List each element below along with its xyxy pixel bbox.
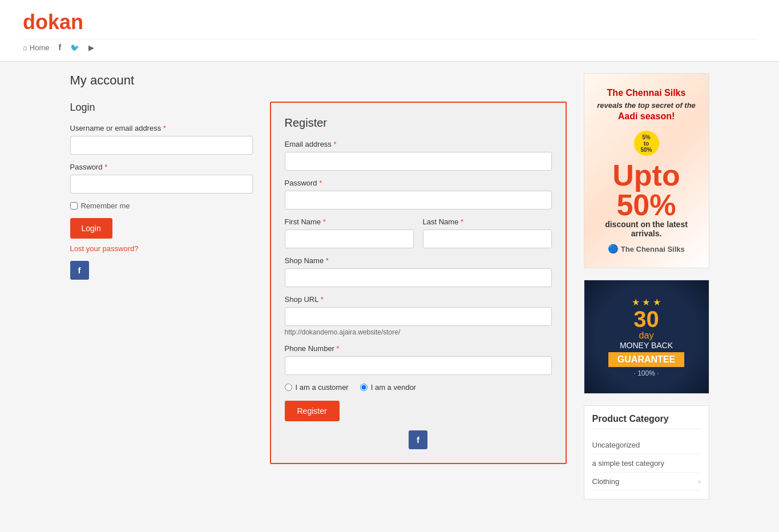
username-required: * [163,124,166,132]
phone-input[interactable] [285,356,552,375]
role-radio-group: I am a customer I am a vendor [285,383,552,392]
shop-url-required: * [321,295,324,304]
password-login-label: Password * [70,163,253,171]
phone-required: * [337,344,340,353]
ad-headline: The Chennai Silks reveals the top secret… [597,87,696,123]
vendor-radio-item[interactable]: I am a vendor [360,383,417,392]
login-button[interactable]: Login [70,218,112,239]
main-container: My account Login Username or email addre… [47,62,732,511]
email-required: * [334,140,337,148]
customer-radio[interactable] [285,384,292,391]
ad-discount: Upto 50% [592,160,701,220]
badge-day-label: day [608,331,684,341]
last-name-group: Last Name * [423,217,552,248]
email-input[interactable] [285,152,552,171]
register-title: Register [285,116,552,130]
remember-me-group: Remember me [70,201,253,210]
badge-money: Money Back [608,341,684,350]
category-link[interactable]: Uncategorized [592,441,640,449]
form-columns: Login Username or email address * Passwo… [70,102,567,464]
facebook-nav-icon: f [59,43,62,52]
shop-name-label: Shop Name * [285,256,552,265]
nav-youtube[interactable]: ▶ [88,43,94,52]
first-name-label: First Name * [285,217,414,226]
shop-url-group: Shop URL * http://dokandemo.ajaira.websi… [285,295,552,336]
email-label: Email address * [285,140,552,148]
first-name-group: First Name * [285,217,414,248]
vendor-radio-label: I am a vendor [371,383,417,392]
chevron-right-icon: › [699,478,701,486]
page-title: My account [70,73,567,88]
phone-label: Phone Number * [285,344,552,353]
customer-radio-label: I am a customer [296,383,349,392]
shop-name-group: Shop Name * [285,256,552,287]
youtube-nav-icon: ▶ [88,43,94,52]
remember-checkbox[interactable] [70,202,78,209]
content-area: My account Login Username or email addre… [70,73,567,499]
login-section: Login Username or email address * Passwo… [70,102,253,464]
badge-stars: ★ ★ ★ [608,297,684,308]
username-group: Username or email address * [70,124,253,155]
twitter-nav-icon: 🐦 [70,43,79,52]
last-name-required: * [461,217,463,226]
logo-d: d [23,10,35,34]
category-item: Clothing› [592,473,701,491]
password-register-group: Password * [285,179,552,209]
badge-ribbon: GUARANTEE [608,352,684,367]
nav-home[interactable]: ⌂ Home [23,43,50,52]
password-login-required: * [104,163,107,171]
badge-days: 30 [608,308,684,331]
email-group: Email address * [285,140,552,171]
category-item: a simple test category [592,454,701,473]
first-name-required: * [323,217,326,226]
register-button[interactable]: Register [285,401,340,421]
ad-brand: 🔵 The Chennai Silks [608,244,685,254]
shop-url-hint: http://dokandemo.ajaira.website/store/ [285,328,552,336]
last-name-input[interactable] [423,229,552,248]
guarantee-badge: ★ ★ ★ 30 day Money Back GUARANTEE · 100%… [584,280,709,394]
register-facebook-container: f [285,430,552,449]
sidebar-ad: The Chennai Silks reveals the top secret… [584,73,709,268]
logo-rest: okan [35,10,83,34]
sidebar: The Chennai Silks reveals the top secret… [584,73,709,499]
nav-twitter[interactable]: 🐦 [70,43,79,52]
category-link[interactable]: Clothing [592,477,620,486]
shop-name-input[interactable] [285,268,552,287]
password-register-required: * [319,179,322,187]
ad-badge: 5%to50% [634,131,659,156]
shop-name-required: * [326,256,329,265]
last-name-label: Last Name * [423,217,552,226]
badge-inner: ★ ★ ★ 30 day Money Back GUARANTEE · 100%… [608,297,684,377]
category-link[interactable]: a simple test category [592,459,664,467]
login-title: Login [70,102,253,114]
username-label: Username or email address * [70,124,253,132]
main-nav: ⌂ Home f 🐦 ▶ [23,39,756,55]
category-list: Uncategorizeda simple test categoryCloth… [592,436,701,491]
product-category-section: Product Category Uncategorizeda simple t… [584,405,709,499]
header: dokan ⌂ Home f 🐦 ▶ [0,0,779,62]
remember-label: Remember me [81,201,130,210]
password-register-input[interactable] [285,191,552,209]
home-icon: ⌂ [23,43,27,52]
password-login-group: Password * [70,163,253,194]
category-item: Uncategorized [592,436,701,454]
register-form: Email address * Password * [285,140,552,421]
password-register-label: Password * [285,179,552,187]
name-row: First Name * Last Name * [285,217,552,256]
nav-facebook[interactable]: f [59,43,62,52]
username-input[interactable] [70,136,253,155]
lost-password-link[interactable]: Lost your password? [70,244,253,253]
register-section: Register Email address * Password * [270,102,567,464]
phone-group: Phone Number * [285,344,552,375]
vendor-radio[interactable] [360,384,368,391]
shop-url-input[interactable] [285,307,552,326]
shop-url-label: Shop URL * [285,295,552,304]
customer-radio-item[interactable]: I am a customer [285,383,349,392]
product-category-title: Product Category [592,414,701,429]
register-facebook-button[interactable]: f [409,430,427,449]
logo: dokan [23,10,756,34]
first-name-input[interactable] [285,229,414,248]
password-login-input[interactable] [70,175,253,194]
ad-placeholder: The Chennai Silks reveals the top secret… [584,74,709,268]
login-facebook-button[interactable]: f [70,261,89,280]
